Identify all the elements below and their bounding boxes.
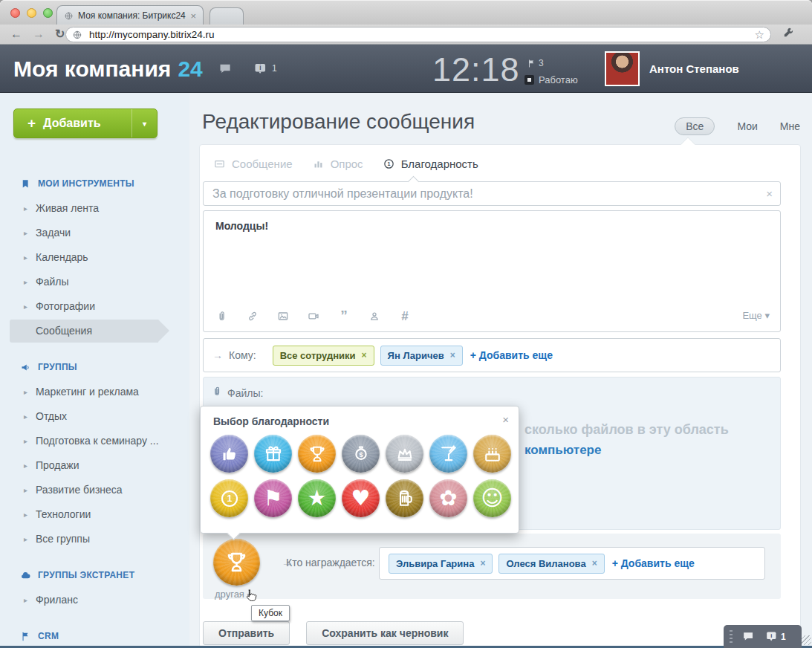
user-name[interactable]: Антон Степанов	[649, 62, 739, 75]
sidebar-item[interactable]: Маркетинг и реклама	[0, 380, 189, 404]
image-icon[interactable]	[276, 309, 290, 323]
wrench-icon[interactable]	[782, 26, 795, 39]
save-draft-button[interactable]: Сохранить как черновик	[306, 621, 464, 645]
notifications-icon[interactable]: i	[764, 629, 779, 644]
sidebar-section-header: ГРУППЫ ЭКСТРАНЕТ	[0, 567, 189, 583]
badge-heart-icon[interactable]: ♥	[342, 479, 380, 517]
add-recipient-link[interactable]: + Добавить еще	[470, 349, 553, 361]
badge-thumbs-up-icon[interactable]	[210, 435, 248, 473]
badge-smiley-icon[interactable]: ☺	[473, 479, 511, 517]
notifications-icon[interactable]: i	[253, 61, 268, 80]
sidebar-item[interactable]: Отдых	[0, 404, 189, 429]
selected-badge[interactable]	[213, 539, 260, 586]
badge-money-bag-icon[interactable]: $	[342, 435, 380, 473]
link-icon[interactable]	[246, 309, 259, 323]
sidebar-item[interactable]: Живая лента	[0, 196, 189, 221]
sidebar-item[interactable]: Файлы	[0, 270, 189, 294]
recipient-tag[interactable]: Все сотрудники×	[273, 346, 374, 366]
remove-tag-icon[interactable]: ×	[480, 558, 485, 568]
tab-poll[interactable]: Опрос	[312, 158, 363, 170]
browser-tab[interactable]: Моя компания: Битрикс24 ×	[56, 5, 204, 25]
clear-title-icon[interactable]: ×	[759, 187, 780, 200]
flag-counter[interactable]: 3	[527, 58, 544, 68]
badge-star-icon[interactable]: ★	[298, 479, 336, 517]
tab-gratitude[interactable]: 1Благодарность	[383, 158, 478, 170]
filter-me[interactable]: Мне	[780, 120, 800, 132]
attach-icon[interactable]	[215, 309, 229, 323]
title-input[interactable]	[204, 187, 759, 201]
hashtag-icon[interactable]: #	[398, 309, 412, 323]
video-icon[interactable]	[307, 309, 320, 323]
remove-tag-icon[interactable]: ×	[450, 350, 455, 360]
sidebar-item[interactable]: Технологии	[0, 502, 189, 527]
window-close-button[interactable]	[10, 8, 20, 18]
window-minimize-button[interactable]	[27, 8, 36, 18]
badge-cake-icon[interactable]	[473, 435, 511, 473]
bookmark-star-icon[interactable]	[755, 28, 764, 42]
awardee-tag[interactable]: Олеся Виланова×	[498, 554, 604, 574]
user-avatar[interactable]	[605, 51, 640, 86]
remove-tag-icon[interactable]: ×	[362, 350, 367, 360]
popup-close-icon[interactable]: ×	[502, 413, 509, 426]
recipient-tag[interactable]: Ян Ларичев×	[380, 346, 463, 366]
browse-link[interactable]: компьютере	[524, 443, 601, 458]
badge-tooltip: Кубок	[251, 605, 290, 621]
message-editor[interactable]: Молодцы! ”# Еще	[203, 210, 781, 332]
filter-all[interactable]: Все	[675, 117, 715, 135]
messenger-dock[interactable]: i 1	[724, 625, 802, 648]
badge-medal-icon[interactable]: 1	[210, 479, 248, 517]
add-dropdown-icon[interactable]	[131, 109, 157, 137]
forward-icon[interactable]	[33, 28, 45, 40]
tab-message[interactable]: Сообщение	[213, 158, 293, 170]
sidebar-item[interactable]: Задачи	[0, 221, 189, 245]
back-icon[interactable]	[10, 28, 22, 40]
chat-icon[interactable]	[218, 61, 233, 77]
sidebar-item-label: Сообщения	[0, 325, 92, 337]
awardee-tag[interactable]: Эльвира Гарина×	[389, 554, 493, 574]
address-bar[interactable]	[65, 27, 771, 42]
chat-icon[interactable]	[741, 629, 756, 644]
sidebar-item[interactable]: Календарь	[0, 245, 189, 270]
badge-flag-icon[interactable]: ⚑	[254, 479, 292, 517]
filter-my[interactable]: Мои	[737, 120, 757, 132]
sidebar-item[interactable]: Продажи	[0, 453, 189, 478]
main-area: Редактирование сообщения ВсеМоиМне Сообщ…	[189, 93, 812, 648]
submit-button[interactable]: Отправить	[203, 621, 290, 645]
stop-work-icon[interactable]	[524, 75, 534, 85]
badge-trophy-icon[interactable]	[298, 435, 336, 473]
app-logo[interactable]: Моя компания 24	[13, 45, 203, 93]
dock-grip[interactable]	[730, 630, 733, 644]
sidebar-item[interactable]: Сообщения	[0, 319, 189, 343]
badge-gift-icon[interactable]	[254, 435, 292, 473]
url-input[interactable]	[88, 28, 750, 41]
awardees-field[interactable]: Эльвира Гарина×Олеся Виланова× + Добавит…	[379, 547, 765, 580]
message-body[interactable]: Молодцы!	[215, 220, 268, 232]
flag-glyph: ⚑	[264, 487, 283, 509]
badge-beer-icon[interactable]	[386, 479, 423, 517]
tab-close-icon[interactable]: ×	[190, 11, 196, 21]
badge-trophy-icon[interactable]	[213, 539, 260, 586]
remove-tag-icon[interactable]: ×	[592, 558, 597, 568]
title-field[interactable]: ×	[203, 181, 781, 206]
worktime-clock[interactable]: 12:18	[432, 51, 520, 89]
new-tab-button[interactable]	[210, 7, 244, 25]
quote-icon[interactable]: ”	[337, 309, 351, 323]
editor-toolbar: ”#	[215, 309, 412, 323]
window-zoom-button[interactable]	[43, 8, 53, 18]
badge-flowers-icon[interactable]: ✿	[429, 479, 467, 517]
sidebar-item[interactable]: Все группы	[0, 527, 189, 551]
reload-icon[interactable]	[55, 28, 65, 40]
sidebar-item[interactable]: Развитие бизнеса	[0, 478, 189, 502]
globe-icon	[64, 11, 74, 21]
resize-grip-icon[interactable]	[802, 635, 811, 645]
badge-cocktail-icon[interactable]	[429, 435, 467, 473]
work-status[interactable]: Работаю	[524, 74, 578, 85]
mention-icon[interactable]	[368, 309, 381, 323]
more-dropdown[interactable]: Еще	[742, 310, 770, 321]
badge-crown-icon[interactable]	[386, 435, 423, 473]
sidebar-item[interactable]: Фотографии	[0, 294, 189, 319]
add-button[interactable]: + Добавить	[13, 108, 157, 138]
sidebar-item[interactable]: Подготовка к семинару ...	[0, 429, 189, 453]
add-awardee-link[interactable]: + Добавить еще	[612, 557, 695, 569]
sidebar-item[interactable]: Фриланс	[0, 588, 189, 612]
